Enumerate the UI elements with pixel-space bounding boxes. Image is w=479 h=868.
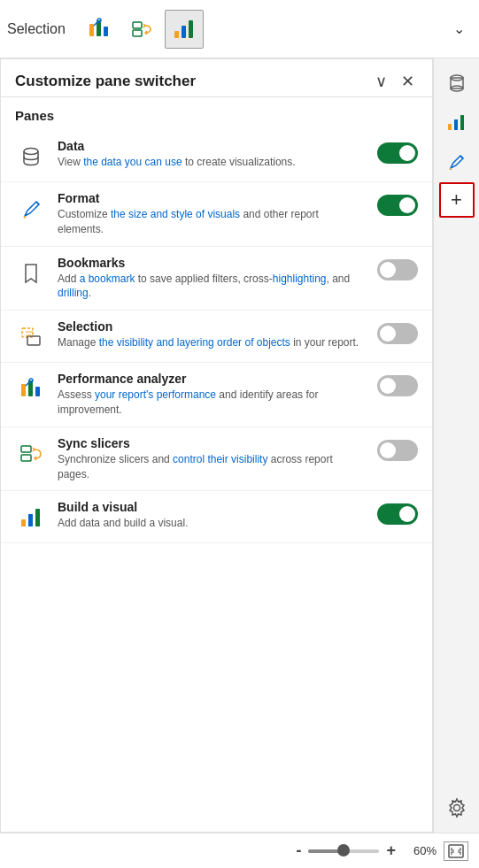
- perf-icon: [15, 373, 47, 405]
- pane-name: Data: [58, 139, 367, 153]
- svg-rect-21: [35, 387, 40, 396]
- top-bar-title: Selection: [7, 21, 66, 37]
- performance-icon: [87, 17, 112, 42]
- customize-pane-panel: Customize pane switcher ∨ ✕ Panes DataVi…: [0, 58, 433, 833]
- pane-toggle[interactable]: [377, 323, 418, 348]
- pane-content: Sync slicersSynchronize slicers and cont…: [58, 436, 367, 482]
- pane-description: Add a bookmark to save applied filters, …: [58, 272, 367, 302]
- format-sidebar-icon: [446, 150, 467, 172]
- pane-description: Customize the size and style of visuals …: [58, 207, 367, 237]
- svg-rect-19: [21, 384, 26, 396]
- pane-item: BookmarksAdd a bookmark to save applied …: [1, 247, 432, 311]
- sync-slicers-icon: [129, 17, 154, 42]
- sidebar-add-pane-btn[interactable]: +: [439, 182, 475, 218]
- svg-rect-26: [28, 514, 33, 526]
- selection-icon: [15, 321, 47, 353]
- panes-heading: Panes: [1, 97, 432, 130]
- panel-collapse-btn[interactable]: ∨: [372, 70, 390, 93]
- panel-header: Customize pane switcher ∨ ✕: [1, 59, 432, 97]
- svg-rect-8: [189, 20, 193, 38]
- toggle-switch[interactable]: [377, 259, 418, 280]
- top-bar-icons: [80, 10, 204, 49]
- svg-rect-27: [35, 509, 40, 526]
- pane-content: Build a visualAdd data and build a visua…: [58, 500, 367, 531]
- fit-page-icon: [448, 844, 464, 858]
- toggle-switch[interactable]: [377, 503, 418, 525]
- pane-description: Manage the visibility and layering order…: [58, 335, 367, 350]
- pane-toggle[interactable]: [377, 142, 418, 167]
- pane-name: Bookmarks: [58, 256, 367, 270]
- svg-rect-13: [454, 119, 458, 130]
- pane-description: Synchronize slicers and control their vi…: [58, 452, 367, 482]
- sync-slicers-icon-btn[interactable]: [122, 10, 161, 49]
- sidebar-chart-btn[interactable]: [439, 104, 475, 140]
- sidebar-format-btn[interactable]: [439, 143, 475, 179]
- pane-item: FormatCustomize the size and style of vi…: [1, 182, 432, 247]
- pane-toggle[interactable]: [377, 375, 418, 400]
- gear-icon: [446, 797, 467, 818]
- pane-name: Performance analyzer: [58, 372, 367, 386]
- sidebar-cylinder-btn[interactable]: [439, 65, 475, 101]
- pane-item: DataView the data you can use to create …: [1, 130, 432, 182]
- zoom-plus-btn[interactable]: +: [386, 841, 396, 860]
- zoom-minus-btn[interactable]: -: [296, 841, 301, 860]
- svg-rect-25: [21, 519, 26, 526]
- build-visual-icon: [172, 17, 197, 42]
- zoom-slider-thumb: [337, 844, 350, 856]
- bottom-bar: - + 60%: [0, 833, 479, 868]
- top-bar: Selection: [0, 0, 479, 58]
- pane-item: Sync slicersSynchronize slicers and cont…: [1, 427, 432, 492]
- pane-name: Sync slicers: [58, 436, 367, 450]
- cylinder-icon: [446, 73, 467, 94]
- svg-rect-28: [449, 845, 463, 857]
- pane-content: Performance analyzerAssess your report's…: [58, 372, 367, 418]
- sync-icon: [15, 438, 47, 470]
- pane-toggle[interactable]: [377, 440, 418, 465]
- toggle-switch[interactable]: [377, 195, 418, 216]
- svg-rect-5: [133, 30, 142, 36]
- pane-content: SelectionManage the visibility and layer…: [58, 319, 367, 350]
- pane-item: Performance analyzerAssess your report's…: [1, 363, 432, 427]
- svg-point-15: [453, 805, 460, 811]
- panel-header-actions: ∨ ✕: [372, 70, 418, 93]
- performance-icon-btn[interactable]: [80, 10, 119, 49]
- pane-description: Add data and build a visual.: [58, 516, 367, 531]
- toggle-switch[interactable]: [377, 323, 418, 344]
- toggle-switch[interactable]: [377, 440, 418, 461]
- pane-description: View the data you can use to create visu…: [58, 155, 367, 170]
- pane-description: Assess your report's performance and ide…: [58, 388, 367, 418]
- svg-rect-4: [133, 22, 142, 28]
- pane-name: Selection: [58, 319, 367, 334]
- pane-toggle[interactable]: [377, 259, 418, 284]
- toggle-switch[interactable]: [377, 375, 418, 396]
- pane-name: Format: [58, 191, 367, 205]
- zoom-slider[interactable]: [308, 849, 379, 853]
- pane-content: BookmarksAdd a bookmark to save applied …: [58, 256, 367, 302]
- sidebar-gear-btn[interactable]: [439, 790, 475, 826]
- pane-toggle[interactable]: [377, 503, 418, 528]
- right-sidebar: +: [433, 58, 479, 833]
- panel-close-btn[interactable]: ✕: [398, 70, 418, 93]
- svg-rect-0: [89, 24, 94, 36]
- pane-content: DataView the data you can use to create …: [58, 139, 367, 170]
- bookmark-icon: [15, 257, 47, 289]
- svg-rect-6: [174, 31, 179, 38]
- pane-name: Build a visual: [58, 500, 367, 514]
- pane-item: Build a visualAdd data and build a visua…: [1, 491, 432, 543]
- svg-rect-12: [448, 124, 452, 130]
- zoom-percent-label: 60%: [403, 844, 437, 857]
- top-bar-chevron[interactable]: ⌄: [446, 17, 472, 41]
- build-visual-icon-btn[interactable]: [165, 10, 204, 49]
- toggle-switch[interactable]: [377, 142, 418, 164]
- svg-rect-2: [104, 27, 108, 36]
- svg-rect-14: [460, 115, 464, 130]
- svg-rect-18: [27, 336, 40, 345]
- svg-rect-24: [21, 455, 31, 461]
- svg-point-16: [24, 149, 38, 155]
- svg-rect-7: [182, 26, 186, 38]
- pane-item: SelectionManage the visibility and layer…: [1, 311, 432, 363]
- pane-toggle[interactable]: [377, 195, 418, 219]
- zoom-fit-btn[interactable]: [444, 841, 468, 861]
- format-icon: [15, 193, 47, 225]
- pane-content: FormatCustomize the size and style of vi…: [58, 191, 367, 237]
